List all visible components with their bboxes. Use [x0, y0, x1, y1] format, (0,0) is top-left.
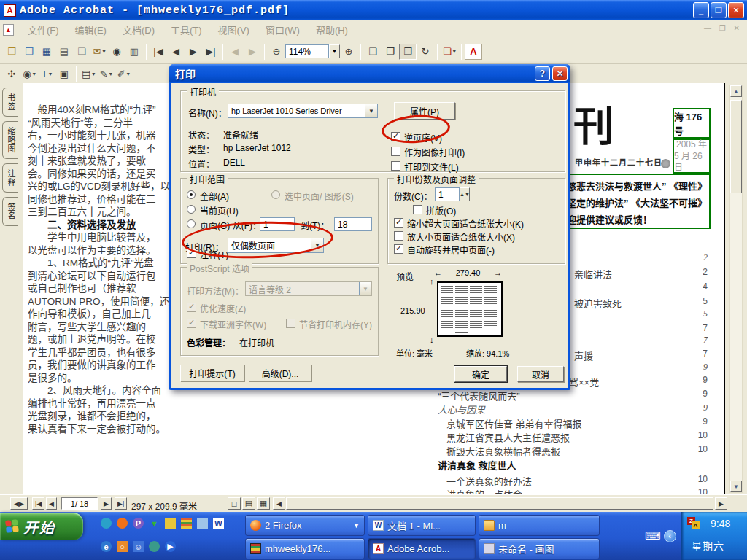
media-player-icon[interactable]: ▶ — [165, 541, 176, 552]
zoom-tool-icon[interactable]: ◉▾ — [20, 66, 38, 82]
print-as-image-label[interactable]: 作为图像打印(I) — [404, 146, 465, 158]
menu-window[interactable]: 窗口(W) — [258, 20, 308, 39]
browser-globe-icon[interactable] — [101, 518, 112, 529]
range-all-radio[interactable] — [187, 190, 196, 199]
shrink-checkbox[interactable] — [394, 218, 403, 228]
dialog-close-button[interactable]: ✕ — [552, 66, 568, 81]
menu-file[interactable]: 文件(F) — [20, 20, 67, 39]
page-to-input[interactable]: 18 — [334, 217, 372, 231]
download-icon[interactable]: ▼ — [149, 518, 160, 529]
range-current-label[interactable]: 当前页(U) — [200, 204, 239, 217]
task-mhweekly[interactable]: mhweekly176... — [245, 538, 365, 559]
clock-day[interactable]: 星期六 — [692, 538, 724, 553]
printer-name-dropdown-icon[interactable]: ▼ — [365, 104, 377, 117]
group-dropdown-icon[interactable]: ▼ — [353, 522, 360, 529]
menu-view[interactable]: 视图(V) — [210, 20, 258, 39]
dialog-help-button[interactable]: ? — [535, 66, 550, 81]
tab-thumbnails[interactable]: 缩略图 — [2, 121, 18, 159]
menu-tools[interactable]: 工具(T) — [163, 20, 210, 39]
tray-chevron-icon[interactable]: ‹ — [664, 530, 676, 542]
restore-button[interactable]: ❐ — [711, 2, 727, 18]
autorotate-checkbox[interactable] — [394, 244, 403, 254]
copies-spinner[interactable]: ▲▼ — [460, 187, 470, 201]
clock-icon[interactable]: ○ — [117, 541, 128, 552]
open-icon[interactable]: ❒ — [3, 44, 20, 60]
last-page-button[interactable]: ▶| — [115, 497, 127, 510]
copies-input[interactable]: 1 — [435, 187, 460, 201]
update-icon[interactable] — [149, 541, 160, 552]
rotate-view-icon[interactable]: ↻ — [417, 44, 434, 60]
clock-time[interactable]: 9:48 — [711, 518, 730, 529]
stamp-icon[interactable]: ❏ — [73, 44, 90, 60]
advanced-button[interactable]: 高级(D)... — [249, 365, 311, 381]
keyboard-icon[interactable]: ⌨ — [645, 529, 661, 542]
shrink-label[interactable]: 缩小超大页面适合纸张大小(K) — [407, 217, 524, 230]
email-icon[interactable]: ✉▾ — [90, 44, 108, 60]
zoom-in-icon[interactable]: ⊕ — [340, 44, 357, 60]
first-page-icon[interactable]: |◀ — [150, 44, 167, 60]
layout-facing-icon[interactable]: ▦ — [257, 497, 270, 510]
messenger-icon[interactable]: ☺ — [133, 541, 144, 552]
zoom-out-icon[interactable]: ⊖ — [268, 44, 285, 60]
cancel-button[interactable]: 取消 — [517, 366, 564, 382]
snapshot-icon[interactable]: ▣ — [55, 66, 73, 82]
highlighter-tool-icon[interactable]: ✐▾ — [115, 66, 132, 82]
horizontal-scroll-thumb[interactable] — [286, 497, 713, 510]
task-word-doc[interactable]: W文档 1 - Mi... — [368, 515, 476, 536]
article-icon[interactable]: ▥ — [125, 44, 143, 60]
print-icon[interactable]: ▤ — [55, 44, 73, 60]
task-paint[interactable]: 未命名 - 画图 — [479, 538, 600, 559]
task-folder-m[interactable]: m — [479, 515, 600, 536]
actual-size-icon[interactable]: ❑ — [364, 44, 382, 60]
save-icon[interactable]: ▦ — [38, 44, 55, 60]
task-firefox[interactable]: 2 Firefox▼ — [245, 515, 365, 536]
range-pages-radio[interactable] — [187, 219, 196, 228]
hscroll-left-icon[interactable]: ◀ — [273, 497, 285, 510]
pencil-tool-icon[interactable]: ✎▾ — [97, 66, 115, 82]
layout-continuous-icon[interactable]: ▤ — [242, 497, 255, 510]
child-window-controls[interactable]: — ❐ ✕ — [704, 24, 743, 32]
ok-button[interactable]: 确定 — [454, 366, 507, 382]
range-all-label[interactable]: 全部(A) — [200, 190, 229, 202]
cleaner-icon[interactable] — [165, 518, 176, 529]
collate-label[interactable]: 拼版(O) — [426, 204, 456, 217]
zoom-dropdown-icon[interactable]: ▼ — [329, 44, 340, 58]
enlarge-checkbox[interactable] — [394, 231, 403, 241]
start-button[interactable]: 开始 — [0, 513, 83, 540]
tab-bookmarks[interactable]: 书签 — [2, 88, 18, 117]
menu-help[interactable]: 帮助(H) — [308, 20, 356, 39]
convert-pdf-icon[interactable]: ❏▾ — [441, 44, 458, 60]
open-web-icon[interactable]: ❒ — [20, 44, 38, 60]
fit-page-icon[interactable]: ❐ — [382, 44, 399, 60]
next-page-button[interactable]: ▶ — [101, 497, 112, 510]
search-icon[interactable]: ◉ — [108, 44, 125, 60]
prev-page-button[interactable]: ◀ — [46, 497, 57, 510]
vertical-scroll-thumb[interactable] — [730, 100, 742, 193]
next-page-icon[interactable]: ▶ — [185, 44, 202, 60]
ie-icon[interactable]: e — [101, 541, 112, 552]
close-button[interactable]: ✕ — [728, 2, 744, 18]
p2p-icon[interactable]: P — [133, 518, 144, 529]
firefox-icon[interactable] — [117, 518, 128, 529]
prev-page-icon[interactable]: ◀ — [167, 44, 185, 60]
ime-language-icon[interactable]: Z A — [687, 517, 700, 529]
word-icon[interactable]: W — [213, 518, 224, 529]
hscroll-right-icon[interactable]: ▶ — [715, 497, 727, 510]
adobe-logo-icon[interactable]: A — [465, 44, 482, 60]
crayons-icon[interactable] — [181, 518, 192, 529]
autorotate-label[interactable]: 自动旋转并居中页面(-) — [407, 244, 495, 256]
scroll-down-icon[interactable]: ▼ — [730, 481, 742, 492]
printer-name-select[interactable]: hp LaserJet 1010 Series Driver ▼ — [228, 104, 378, 118]
zoom-level-input[interactable]: 114% — [285, 44, 329, 58]
page-indicator[interactable]: 1/ 18 — [61, 497, 98, 510]
enlarge-label[interactable]: 放大小页面适合纸张大小(X) — [407, 230, 515, 243]
next-view-icon[interactable]: ▶ — [244, 44, 261, 60]
print-as-image-checkbox[interactable] — [391, 147, 400, 156]
menu-document[interactable]: 文档(D) — [115, 20, 163, 39]
menu-edit[interactable]: 编辑(E) — [67, 20, 115, 39]
vertical-scrollbar[interactable]: ▲ ▼ — [729, 85, 743, 493]
tab-signatures[interactable]: 签名 — [2, 197, 18, 226]
task-acrobat[interactable]: AAdobe Acrob... — [368, 538, 476, 559]
minimize-button[interactable]: _ — [693, 2, 709, 18]
print-to-file-checkbox[interactable] — [391, 161, 400, 171]
